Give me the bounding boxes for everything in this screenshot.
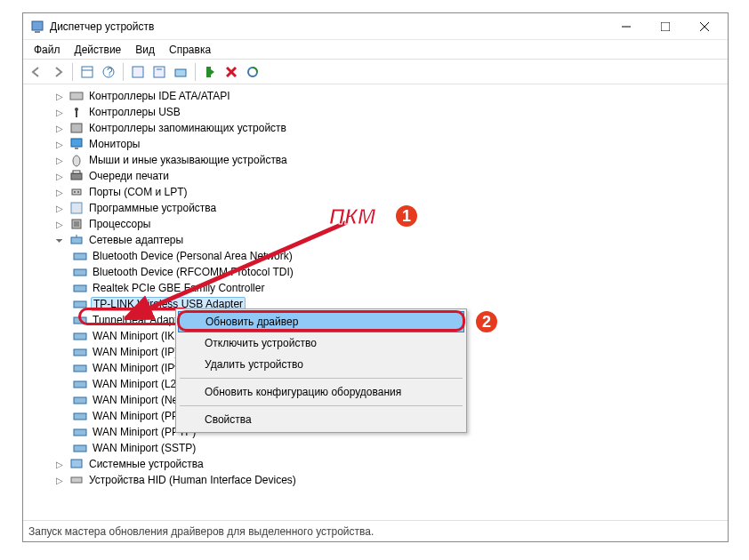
menu-view[interactable]: Вид: [128, 42, 162, 58]
expand-icon[interactable]: ▷: [53, 186, 66, 198]
uninstall-icon[interactable]: [221, 62, 241, 82]
svg-rect-3: [661, 22, 670, 31]
device-wan-sstp[interactable]: WAN Miniport (SSTP): [69, 440, 722, 456]
category-usb[interactable]: ▷Контроллеры USB: [53, 104, 722, 120]
svg-rect-43: [74, 381, 86, 388]
adapter-icon: [73, 361, 87, 375]
device-manager-window: Диспетчер устройств Файл Действие Вид Сп…: [22, 12, 729, 542]
ctx-separator: [180, 378, 463, 379]
device-bt-rfcomm[interactable]: Bluetooth Device (RFCOMM Protocol TDI): [69, 264, 722, 280]
svg-rect-6: [82, 67, 93, 77]
printer-icon: [69, 169, 84, 183]
status-bar: Запуск мастера обновления драйверов для …: [23, 520, 728, 541]
svg-rect-21: [71, 124, 82, 132]
menu-help[interactable]: Справка: [162, 42, 218, 58]
svg-rect-46: [74, 429, 86, 436]
adapter-icon: [73, 265, 87, 279]
svg-rect-13: [175, 69, 186, 76]
monitor-icon: [69, 137, 84, 151]
storage-icon: [69, 121, 84, 135]
category-software[interactable]: ▷Программные устройства: [53, 200, 722, 216]
status-text: Запуск мастера обновления драйверов для …: [28, 525, 374, 538]
adapter-icon: [73, 249, 87, 263]
enable-icon[interactable]: [200, 62, 220, 82]
minimize-button[interactable]: [607, 14, 646, 39]
usb-icon: [69, 105, 84, 119]
svg-rect-26: [73, 171, 80, 173]
category-monitors[interactable]: ▷Мониторы: [53, 136, 722, 152]
expand-icon[interactable]: ▷: [53, 458, 66, 470]
svg-rect-30: [71, 203, 82, 213]
category-network[interactable]: ⏷Сетевые адаптеры: [53, 232, 722, 248]
svg-point-28: [74, 191, 76, 193]
svg-text:?: ?: [107, 66, 113, 78]
annotation-badge-2: 2: [473, 308, 500, 335]
svg-rect-36: [74, 269, 86, 276]
ctx-disable-device[interactable]: Отключить устройство: [178, 332, 464, 354]
ctx-uninstall-device[interactable]: Удалить устройство: [178, 354, 464, 375]
ctx-update-driver[interactable]: Обновить драйвер: [178, 311, 464, 332]
cpu-icon: [69, 217, 84, 231]
svg-rect-37: [74, 285, 86, 292]
expand-icon[interactable]: ▷: [53, 90, 66, 102]
svg-rect-10: [133, 67, 143, 77]
expand-icon[interactable]: ▷: [53, 474, 66, 486]
close-button[interactable]: [685, 14, 724, 39]
annotation-badge-1: 1: [393, 203, 420, 229]
expand-icon[interactable]: ▷: [53, 202, 66, 214]
device-bt-pan[interactable]: Bluetooth Device (Personal Area Network): [69, 248, 722, 264]
ctx-scan-hardware[interactable]: Обновить конфигурацию оборудования: [178, 381, 464, 403]
svg-rect-41: [74, 349, 86, 356]
expand-icon[interactable]: ▷: [53, 154, 66, 166]
expand-icon[interactable]: ▷: [53, 218, 66, 230]
svg-rect-1: [35, 31, 40, 33]
svg-rect-38: [74, 301, 86, 308]
svg-rect-22: [71, 139, 82, 147]
adapter-icon: [73, 345, 87, 359]
svg-rect-40: [74, 333, 86, 340]
category-mice[interactable]: ▷Мыши и иные указывающие устройства: [53, 152, 722, 168]
port-icon: [69, 185, 84, 199]
adapter-icon: [73, 409, 87, 423]
category-storage[interactable]: ▷Контроллеры запоминающих устройств: [53, 120, 722, 136]
adapter-icon: [73, 377, 87, 391]
menu-file[interactable]: Файл: [27, 42, 68, 58]
context-menu: Обновить драйвер Отключить устройство Уд…: [175, 308, 467, 433]
window-title: Диспетчер устройств: [50, 20, 607, 33]
device-realtek[interactable]: Realtek PCIe GBE Family Controller: [69, 280, 722, 296]
expand-icon[interactable]: ▷: [53, 122, 66, 134]
device-tree[interactable]: ▷Контроллеры IDE ATA/ATAPI ▷Контроллеры …: [23, 84, 728, 520]
update-driver-icon[interactable]: [171, 62, 190, 82]
svg-point-24: [73, 156, 80, 166]
svg-rect-33: [71, 237, 82, 244]
forward-button[interactable]: [48, 62, 68, 82]
category-printqueues[interactable]: ▷Очереди печати: [53, 168, 722, 184]
expand-icon[interactable]: ▷: [53, 106, 66, 118]
ctx-properties[interactable]: Свойства: [178, 409, 464, 430]
expand-icon[interactable]: ▷: [53, 138, 66, 150]
scan-hardware-icon[interactable]: [243, 62, 262, 82]
system-icon: [69, 457, 84, 471]
adapter-icon: [73, 441, 87, 455]
help-icon[interactable]: ?: [99, 62, 118, 82]
show-hide-icon[interactable]: [77, 62, 97, 82]
toolbar-icon-2[interactable]: [149, 62, 169, 82]
svg-rect-27: [72, 189, 81, 195]
toolbar-icon-1[interactable]: [128, 62, 148, 82]
collapse-icon[interactable]: ⏷: [53, 234, 66, 246]
maximize-button[interactable]: [646, 14, 685, 39]
category-processors[interactable]: ▷Процессоры: [53, 216, 722, 232]
ctx-separator: [180, 405, 463, 406]
category-ports[interactable]: ▷Порты (COM и LPT): [53, 184, 722, 200]
svg-rect-42: [74, 365, 86, 372]
category-hid[interactable]: ▷Устройства HID (Human Interface Devices…: [53, 472, 722, 488]
annotation-pkm-label: ПКМ: [329, 204, 375, 229]
category-ide[interactable]: ▷Контроллеры IDE ATA/ATAPI: [53, 88, 722, 104]
adapter-icon: [73, 329, 87, 343]
expand-icon[interactable]: ▷: [53, 170, 66, 182]
menu-action[interactable]: Действие: [68, 42, 129, 58]
category-system[interactable]: ▷Системные устройства: [53, 456, 722, 472]
svg-rect-47: [74, 445, 86, 452]
back-button[interactable]: [27, 62, 46, 82]
svg-rect-25: [71, 173, 82, 180]
